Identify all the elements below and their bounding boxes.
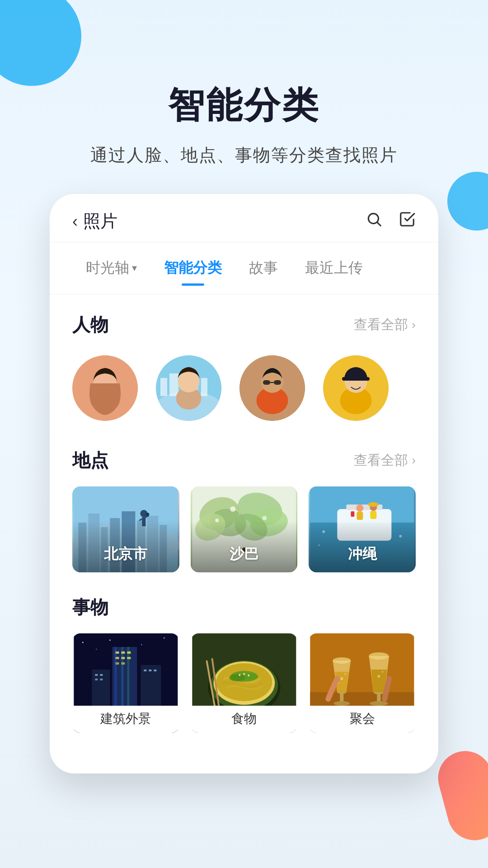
people-view-all[interactable]: 查看全部 › [354,316,416,334]
place-label-okinawa: 冲绳 [309,544,416,564]
svg-rect-83 [100,679,103,680]
people-section: 人物 查看全部 › [72,312,416,425]
thing-card-architecture[interactable]: 建筑外景 [72,633,179,733]
things-section-title: 事物 [72,595,108,620]
page-title: 照片 [83,210,117,233]
tab-bar: 时光轴 ▾ 智能分类 故事 最近上传 [50,242,438,294]
svg-point-109 [334,701,350,706]
tab-timeline-label: 时光轴 ▾ [86,258,137,278]
tab-smart-classify[interactable]: 智能分类 [150,251,235,285]
svg-rect-82 [95,679,98,680]
svg-point-101 [248,675,249,676]
things-section: 事物 [72,595,416,733]
svg-point-114 [341,677,343,680]
place-label-beijing: 北京市 [72,544,179,564]
tab-stories[interactable]: 故事 [235,251,291,285]
sub-title: 通过人脸、地点、事物等分类查找照片 [0,144,488,167]
main-title: 智能分类 [0,81,488,130]
thing-label-architecture: 建筑外景 [72,706,179,733]
phone-topbar: ‹ 照片 [50,194,438,242]
thing-card-food[interactable]: 食物 [191,633,298,733]
svg-point-100 [243,673,245,675]
svg-rect-11 [201,378,207,396]
svg-point-66 [96,649,97,650]
thing-label-food: 食物 [191,706,298,733]
svg-point-67 [109,640,111,641]
svg-rect-80 [95,674,98,676]
places-section-title: 地点 [72,448,108,473]
topbar-icons [366,211,416,232]
svg-point-118 [382,671,384,673]
back-button[interactable]: ‹ 照片 [72,210,117,233]
search-icon[interactable] [366,211,383,232]
svg-point-68 [141,644,142,645]
dropdown-arrow-icon: ▾ [132,262,137,274]
person-avatar-4[interactable] [323,355,389,421]
person-avatar-3[interactable] [239,355,305,421]
place-row: 北京市 [72,486,416,572]
svg-rect-7 [160,378,167,396]
place-card-okinawa[interactable]: 冲绳 [309,486,416,572]
tab-recent-upload[interactable]: 最近上传 [291,251,376,285]
svg-rect-86 [149,670,151,671]
svg-point-113 [370,701,388,706]
header-section: 智能分类 通过人脸、地点、事物等分类查找照片 [0,0,488,194]
places-section: 地点 查看全部 › [72,448,416,572]
things-section-header: 事物 [72,595,416,620]
people-section-header: 人物 查看全部 › [72,312,416,337]
svg-point-0 [368,213,378,223]
things-row: 建筑外景 [72,633,416,733]
svg-rect-87 [154,670,156,671]
svg-point-106 [333,657,351,664]
places-section-header: 地点 查看全部 › [72,448,416,473]
decoration-blob-bottom-right [432,745,488,846]
svg-rect-8 [169,373,178,396]
view-all-arrow-icon: › [412,318,416,332]
svg-point-99 [239,674,240,676]
check-square-icon[interactable] [399,211,416,232]
svg-point-69 [164,637,165,639]
places-view-all[interactable]: 查看全部 › [354,451,416,470]
thing-card-party[interactable]: 聚会 [309,633,416,733]
svg-point-98 [244,674,258,680]
svg-rect-17 [263,380,270,385]
svg-line-1 [377,222,380,226]
svg-point-97 [229,674,245,681]
thing-label-party: 聚会 [309,706,416,733]
svg-rect-18 [274,380,281,385]
svg-rect-81 [100,674,103,676]
people-row [72,351,416,425]
people-section-title: 人物 [72,312,108,337]
tab-timeline[interactable]: 时光轴 ▾ [72,251,150,285]
svg-point-65 [82,642,84,643]
place-card-sabah[interactable]: 沙巴 [191,486,298,572]
view-all-arrow-icon: › [412,453,416,467]
svg-point-110 [369,652,389,660]
person-avatar-2[interactable] [156,355,221,421]
back-arrow-icon: ‹ [72,212,78,231]
content-area: 人物 查看全部 › [50,294,438,774]
svg-point-115 [345,673,347,675]
svg-rect-85 [144,670,146,671]
svg-rect-23 [342,377,370,381]
phone-mockup: ‹ 照片 时光轴 ▾ [50,194,438,774]
place-label-sabah: 沙巴 [191,544,298,564]
svg-point-117 [378,675,380,678]
person-avatar-1[interactable] [72,355,138,421]
place-card-beijing[interactable]: 北京市 [72,486,179,572]
